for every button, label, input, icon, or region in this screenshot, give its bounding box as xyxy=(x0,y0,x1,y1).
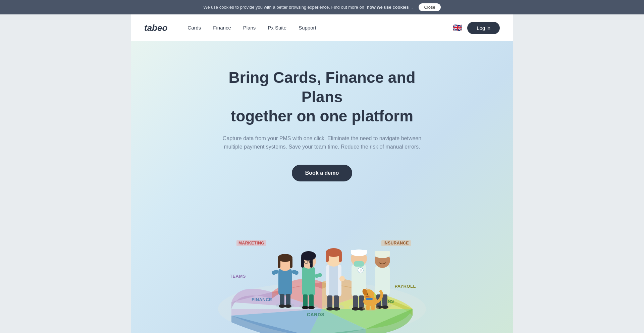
svg-point-36 xyxy=(326,307,334,311)
svg-rect-2 xyxy=(278,269,292,295)
svg-rect-14 xyxy=(302,267,315,295)
svg-rect-23 xyxy=(309,294,314,307)
svg-rect-52 xyxy=(375,266,390,295)
svg-rect-55 xyxy=(375,251,390,255)
svg-rect-47 xyxy=(353,295,358,308)
svg-rect-57 xyxy=(382,294,387,307)
svg-rect-8 xyxy=(286,294,290,306)
platform-diagram: TEAMS FINANCE CARDS PLANS PAYROLL MARKET… xyxy=(211,208,433,333)
svg-rect-29 xyxy=(329,265,338,296)
svg-rect-22 xyxy=(303,294,308,307)
cookie-text: We use cookies to provide you with a bet… xyxy=(203,5,364,10)
character-1 xyxy=(271,254,299,308)
svg-point-37 xyxy=(333,307,340,311)
svg-point-24 xyxy=(302,306,309,309)
svg-rect-70 xyxy=(371,305,375,310)
svg-rect-68 xyxy=(366,298,373,300)
nav-item-support[interactable]: Support xyxy=(299,25,316,31)
character-3 xyxy=(323,248,345,311)
nav-right: 🇬🇧 Log in xyxy=(453,22,500,34)
characters-illustration: 🦷 xyxy=(238,208,406,316)
book-demo-button[interactable]: Book a demo xyxy=(292,165,352,181)
hero-section: Bring Cards, Finance and Plans together … xyxy=(131,41,513,333)
svg-rect-26 xyxy=(314,273,322,278)
svg-rect-17 xyxy=(301,256,304,268)
logo: tabeo xyxy=(144,23,167,33)
svg-rect-35 xyxy=(334,295,339,308)
svg-rect-11 xyxy=(271,269,279,275)
svg-text:🦷: 🦷 xyxy=(360,269,363,272)
svg-rect-32 xyxy=(326,253,329,262)
svg-point-38 xyxy=(339,276,345,281)
cookie-period: . xyxy=(412,5,413,10)
svg-rect-43 xyxy=(351,250,367,253)
navbar: tabeo Cards Finance Plans Px Suite Suppo… xyxy=(131,14,513,41)
svg-rect-6 xyxy=(290,258,292,268)
character-2 xyxy=(299,251,322,309)
flag-icon: 🇬🇧 xyxy=(453,23,462,32)
svg-rect-69 xyxy=(366,305,370,310)
svg-rect-44 xyxy=(354,261,364,267)
svg-rect-7 xyxy=(280,294,284,306)
nav-item-finance[interactable]: Finance xyxy=(213,25,231,31)
nav-item-pxsuite[interactable]: Px Suite xyxy=(268,25,286,31)
svg-rect-5 xyxy=(278,258,280,268)
hero-title: Bring Cards, Finance and Plans together … xyxy=(208,68,436,126)
svg-point-10 xyxy=(285,304,291,308)
main-wrapper: tabeo Cards Finance Plans Px Suite Suppo… xyxy=(0,14,644,333)
page-container: tabeo Cards Finance Plans Px Suite Suppo… xyxy=(131,14,513,333)
cookie-link[interactable]: how we use cookies xyxy=(367,5,409,10)
svg-rect-33 xyxy=(339,253,342,262)
svg-rect-12 xyxy=(291,269,299,275)
svg-point-59 xyxy=(382,306,388,309)
login-button[interactable]: Log in xyxy=(467,22,500,34)
svg-point-25 xyxy=(308,306,315,309)
nav-item-plans[interactable]: Plans xyxy=(243,25,256,31)
svg-point-60 xyxy=(362,306,379,311)
svg-rect-48 xyxy=(359,295,364,308)
svg-rect-34 xyxy=(327,295,332,308)
cookie-close-button[interactable]: Close xyxy=(419,3,440,11)
svg-point-9 xyxy=(279,304,285,308)
svg-rect-18 xyxy=(310,256,313,268)
nav-links: Cards Finance Plans Px Suite Support xyxy=(187,25,453,31)
nav-item-cards[interactable]: Cards xyxy=(187,25,201,31)
cookie-banner: We use cookies to provide you with a bet… xyxy=(0,0,644,14)
hero-subtitle: Capture data from your PMS with one clic… xyxy=(221,134,423,151)
svg-point-64 xyxy=(366,296,369,297)
